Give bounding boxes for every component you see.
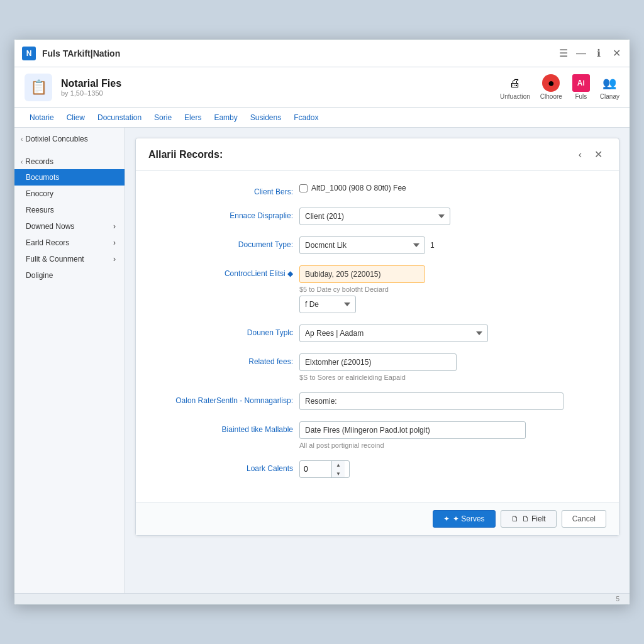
file-label: 🗋 Fielt: [522, 514, 546, 523]
control-loark: ▲ ▼: [299, 460, 600, 478]
app-header: 📋 Notarial Fies by 1,50–1350 🖨 Unfuactio…: [14, 67, 630, 108]
app-header-left: 📋 Notarial Fies by 1,50–1350: [25, 74, 121, 101]
form-row-oalon: Oalon RaterSentln - Nomnagarlisp:: [155, 392, 600, 410]
label-ennace: Ennace Dispraplie:: [155, 208, 293, 220]
status-bar: 5: [14, 593, 630, 604]
panel-footer: ✦ ✦ Serves 🗋 🗋 Fielt Cancel: [136, 502, 619, 535]
main-window: N Fuls TArkift|Nation ☰ — ℹ ✕ 📋 Notarial…: [14, 39, 630, 605]
label-loark: Loark Calents: [155, 460, 293, 473]
label-document-type: Document Type:: [155, 236, 293, 249]
controclient-sub-row: f De: [299, 296, 600, 313]
select-document-type[interactable]: Docmcnt Lik: [299, 236, 425, 254]
main-layout: ‹ Dotixiel Concubles ‹ Records Bocumots …: [14, 128, 630, 593]
hint-controclient: $5 to Date cy bolotht Deciard: [299, 286, 600, 293]
chevron-icon-records: ‹: [21, 158, 23, 165]
save-button[interactable]: ✦ ✦ Serves: [433, 510, 496, 528]
control-dounen: Ap Rees | Aadam: [299, 325, 600, 342]
input-loark[interactable]: [300, 462, 331, 476]
content-area: Allarii Records: ‹ ✕ Client Bers:: [125, 128, 630, 593]
chevron-icon: ‹: [21, 136, 23, 143]
sidebar-item-doligine[interactable]: Doligine: [14, 267, 125, 284]
action-label-fuls: Fuls: [575, 93, 587, 100]
sidebar-group-header-concubles[interactable]: ‹ Dotixiel Concubles: [14, 131, 125, 147]
panel-back-btn[interactable]: ‹: [575, 147, 586, 162]
form-row-ennace: Ennace Dispraplie: Client (201): [155, 208, 600, 225]
nav-fcadox[interactable]: Fcadox: [289, 111, 323, 125]
action-label-unfuaction: Unfuaction: [500, 93, 530, 100]
sidebar-item-earld-recors[interactable]: Earld Recors›: [14, 235, 125, 251]
app-icon: 📋: [25, 74, 52, 101]
status-text: 5: [616, 596, 619, 602]
nav-susidens[interactable]: Susidens: [245, 111, 286, 125]
control-controclient: Bubiday, 205 (220015) $5 to Date cy bolo…: [299, 265, 600, 313]
sidebar-item-bocumots[interactable]: Bocumots: [14, 169, 125, 186]
action-label-clanay: Clanay: [600, 93, 619, 100]
hint-related-fees: $S to Sores or ealricleiding Eapaid: [299, 374, 600, 381]
select-controclient[interactable]: Bubiday, 205 (220015): [299, 265, 425, 283]
sidebar-item-fulit-counment[interactable]: Fulit & Counment›: [14, 251, 125, 267]
nav-eamby[interactable]: Eamby: [209, 111, 242, 125]
select-dounen[interactable]: Ap Rees | Aadam: [299, 325, 488, 342]
checkbox-label-client-bers[interactable]: AltD_1000 (908 O 80t0) Fee: [299, 184, 600, 192]
sidebar-group-label-concubles: Dotixiel Concubles: [25, 135, 87, 143]
nav-elers[interactable]: Elers: [179, 111, 206, 125]
info-button[interactable]: ℹ: [593, 48, 604, 59]
form-row-dounen: Dounen Typlc Ap Rees | Aadam: [155, 325, 600, 342]
control-related-fees: $S to Sores or ealricleiding Eapaid: [299, 353, 600, 381]
sidebar-group-header-records[interactable]: ‹ Records: [14, 154, 125, 169]
checkbox-client-bers[interactable]: [299, 184, 308, 192]
circle-icon: ●: [542, 74, 560, 92]
nav-docunstation[interactable]: Docunstation: [92, 111, 147, 125]
form-row-client-bers: Client Bers: AltD_1000 (908 O 80t0) Fee: [155, 184, 600, 196]
form-row-related-fees: Related fees: $S to Sores or ealricleidi…: [155, 353, 600, 381]
app-title-block: Notarial Fies by 1,50–1350: [61, 78, 121, 97]
input-related-fees[interactable]: [299, 353, 457, 371]
hint-biainted: All al post portignial recoind: [299, 441, 600, 449]
print-icon: 🖨: [506, 74, 524, 92]
sidebar-item-enocory[interactable]: Enocory: [14, 186, 125, 202]
save-icon: ✦: [443, 514, 450, 523]
panel-close-btn[interactable]: ✕: [591, 147, 606, 162]
menu-button[interactable]: ☰: [558, 48, 569, 59]
panel: Allarii Records: ‹ ✕ Client Bers:: [135, 138, 619, 536]
label-dounen: Dounen Typlc: [155, 325, 293, 337]
form-row-controclient: ControcLient Elitsi ◆ Bubiday, 205 (2200…: [155, 265, 600, 313]
control-client-bers: AltD_1000 (908 O 80t0) Fee: [299, 184, 600, 192]
document-type-row: Docmcnt Lik 1: [299, 236, 600, 254]
app-header-right: 🖨 Unfuaction ● Clhoore Ai Fuls 👥 Clanay: [500, 74, 619, 100]
number-wrap-loark: ▲ ▼: [299, 460, 350, 478]
window-title: Fuls TArkift|Nation: [42, 48, 120, 58]
action-clhoore[interactable]: ● Clhoore: [540, 74, 562, 100]
action-clanay[interactable]: 👥 Clanay: [600, 74, 619, 100]
spinner-up[interactable]: ▲: [332, 460, 345, 469]
control-document-type: Docmcnt Lik 1: [299, 236, 600, 254]
nav-cliew[interactable]: Cliew: [62, 111, 90, 125]
controclient-row: Bubiday, 205 (220015): [299, 265, 600, 283]
select-ennace[interactable]: Client (201): [299, 208, 450, 225]
sidebar: ‹ Dotixiel Concubles ‹ Records Bocumots …: [14, 128, 125, 593]
input-oalon[interactable]: [299, 392, 564, 410]
close-button[interactable]: ✕: [611, 48, 622, 59]
label-client-bers: Client Bers:: [155, 184, 293, 196]
action-fuls[interactable]: Ai Fuls: [572, 74, 590, 100]
nav-sorie[interactable]: Sorie: [149, 111, 177, 125]
spinner-down[interactable]: ▼: [332, 469, 345, 478]
label-oalon: Oalon RaterSentln - Nomnagarlisp:: [155, 392, 293, 405]
file-button[interactable]: 🗋 🗋 Fielt: [501, 510, 557, 528]
minimize-button[interactable]: —: [575, 48, 587, 59]
sidebar-item-reesurs[interactable]: Reesurs: [14, 202, 125, 218]
select-controclient-sub[interactable]: f De: [299, 296, 356, 313]
cancel-button[interactable]: Cancel: [562, 510, 606, 528]
label-related-fees: Related fees:: [155, 353, 293, 366]
sidebar-item-downed-nows[interactable]: Downed Nows›: [14, 218, 125, 235]
nav-bar: Notarie Cliew Docunstation Sorie Elers E…: [14, 108, 630, 128]
ai-icon: Ai: [572, 74, 590, 92]
control-ennace: Client (201): [299, 208, 600, 225]
nav-notarie[interactable]: Notarie: [25, 111, 59, 125]
action-unfuaction[interactable]: 🖨 Unfuaction: [500, 74, 530, 100]
spinners-loark: ▲ ▼: [331, 460, 345, 478]
label-biainted: Biainted tike Mallable: [155, 421, 293, 434]
input-biainted[interactable]: [299, 421, 526, 439]
action-label-clhoore: Clhoore: [540, 93, 562, 100]
panel-title: Allarii Records:: [148, 149, 223, 160]
